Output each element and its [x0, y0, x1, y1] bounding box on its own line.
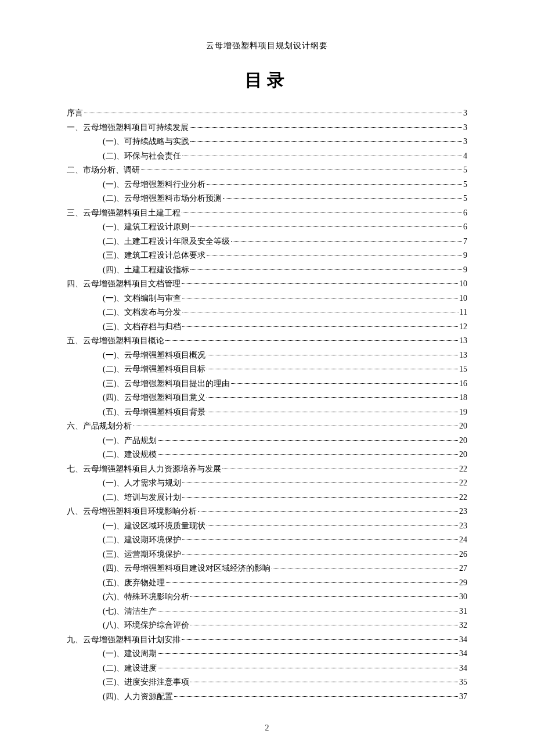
toc-entry-label: 四、云母增强塑料项目文档管理: [67, 277, 181, 291]
toc-entry[interactable]: (一)、建设周期34: [103, 647, 467, 661]
toc-entry-label: (四)、云母增强塑料项目建设对区域经济的影响: [103, 561, 270, 576]
toc-entry[interactable]: (三)、文档存档与归档12: [103, 320, 467, 334]
toc-entry[interactable]: 九、云母增强塑料项目计划安排34: [67, 633, 467, 647]
toc-entry[interactable]: (三)、建筑工程设计总体要求9: [103, 249, 467, 263]
toc-entry[interactable]: (二)、云母增强塑料项目目标15: [103, 362, 467, 377]
toc-entry-page: 37: [459, 690, 467, 704]
toc-entry[interactable]: 五、云母增强塑料项目概论13: [67, 334, 467, 348]
toc-leader-dots: [182, 312, 458, 312]
toc-entry-page: 24: [459, 533, 467, 548]
toc-leader-dots: [207, 255, 462, 255]
toc-entry[interactable]: (一)、建筑工程设计原则6: [103, 220, 467, 235]
toc-entry-page: 35: [459, 675, 467, 690]
toc-entry[interactable]: (四)、云母增强塑料项目意义18: [103, 391, 467, 405]
toc-leader-dots: [190, 596, 458, 597]
toc-entry[interactable]: (二)、建设规模20: [103, 448, 467, 462]
toc-entry-label: (二)、文档发布与分发: [103, 305, 181, 320]
toc-leader-dots: [158, 454, 458, 455]
toc-entry[interactable]: 四、云母增强塑料项目文档管理10: [67, 277, 467, 291]
toc-entry[interactable]: 八、云母增强塑料项目环境影响分析23: [67, 505, 467, 519]
toc-entry[interactable]: (二)、文档发布与分发11: [103, 305, 467, 320]
toc-entry[interactable]: (三)、进度安排注意事项35: [103, 675, 467, 690]
toc-entry-label: 一、云母增强塑料项目可持续发展: [67, 121, 189, 135]
toc-entry-page: 7: [463, 235, 467, 249]
toc-entry-label: (一)、人才需求与规划: [103, 476, 181, 491]
toc-leader-dots: [133, 426, 458, 426]
toc-entry-label: (八)、环境保护综合评价: [103, 618, 189, 633]
toc-leader-dots: [158, 653, 458, 654]
toc-entry[interactable]: (二)、建设期环境保护24: [103, 533, 467, 548]
toc-entry[interactable]: (六)、特殊环境影响分析30: [103, 590, 467, 604]
toc-leader-dots: [182, 554, 458, 555]
toc-entry[interactable]: (四)、土建工程建设指标9: [103, 263, 467, 278]
toc-entry-label: 七、云母增强塑料项目人力资源培养与发展: [67, 462, 221, 477]
toc-entry-label: (一)、建筑工程设计原则: [103, 220, 189, 235]
toc-entry-page: 34: [459, 633, 467, 647]
toc-entry[interactable]: (一)、文档编制与审查10: [103, 291, 467, 306]
toc-entry[interactable]: 一、云母增强塑料项目可持续发展3: [67, 121, 467, 135]
toc-entry-page: 3: [463, 135, 467, 149]
page-title: 目录: [67, 69, 467, 92]
toc-entry[interactable]: (五)、云母增强塑料项目背景19: [103, 405, 467, 420]
toc-entry-label: (五)、云母增强塑料项目背景: [103, 405, 205, 420]
toc-entry-page: 20: [459, 448, 467, 462]
toc-leader-dots: [158, 440, 458, 441]
toc-leader-dots: [182, 156, 462, 156]
toc-entry[interactable]: (四)、人力资源配置37: [103, 690, 467, 704]
toc-entry-page: 34: [459, 647, 467, 661]
toc-entry[interactable]: (二)、培训与发展计划22: [103, 491, 467, 505]
toc-entry[interactable]: (七)、清洁生产31: [103, 604, 467, 619]
toc-entry-label: (一)、文档编制与审查: [103, 291, 181, 306]
toc-leader-dots: [207, 412, 458, 412]
toc-entry-label: (一)、建设周期: [103, 647, 157, 661]
toc-entry-page: 9: [463, 263, 467, 278]
toc-entry-label: (六)、特殊环境影响分析: [103, 590, 189, 604]
running-header: 云母增强塑料项目规划设计纲要: [67, 41, 467, 51]
toc-leader-dots: [272, 568, 458, 568]
toc-entry-page: 5: [463, 163, 467, 178]
toc-entry-page: 13: [459, 348, 467, 363]
toc-entry[interactable]: 二、市场分析、调研5: [67, 163, 467, 178]
toc-entry-page: 34: [459, 661, 467, 676]
toc-leader-dots: [231, 383, 458, 384]
toc-entry-page: 5: [463, 192, 467, 206]
toc-entry[interactable]: (八)、环境保护综合评价32: [103, 618, 467, 633]
toc-entry-page: 19: [459, 405, 467, 420]
toc-leader-dots: [166, 582, 458, 583]
toc-entry[interactable]: (二)、建设进度34: [103, 661, 467, 676]
toc-leader-dots: [190, 269, 462, 270]
toc-entry[interactable]: 三、云母增强塑料项目土建工程6: [67, 206, 467, 221]
toc-entry[interactable]: (一)、云母增强塑料项目概况13: [103, 348, 467, 363]
toc-entry[interactable]: 七、云母增强塑料项目人力资源培养与发展22: [67, 462, 467, 477]
toc-entry[interactable]: (一)、可持续战略与实践3: [103, 135, 467, 149]
toc-entry-page: 4: [463, 149, 467, 164]
toc-entry-page: 3: [463, 121, 467, 135]
toc-entry-label: (二)、建设期环境保护: [103, 533, 181, 548]
toc-entry[interactable]: (三)、云母增强塑料项目提出的理由16: [103, 377, 467, 391]
toc-entry[interactable]: (一)、云母增强塑料行业分析5: [103, 178, 467, 192]
toc-entry[interactable]: 六、产品规划分析20: [67, 419, 467, 434]
toc-entry-page: 10: [459, 291, 467, 306]
toc-entry-page: 22: [459, 462, 467, 477]
toc-entry-page: 6: [463, 220, 467, 235]
toc-entry-page: 31: [459, 604, 467, 619]
toc-entry-label: (二)、云母增强塑料市场分析预测: [103, 192, 222, 206]
toc-leader-dots: [207, 525, 458, 526]
toc-leader-dots: [231, 241, 462, 242]
toc-entry[interactable]: (三)、运营期环境保护26: [103, 548, 467, 562]
toc-entry[interactable]: (五)、废弃物处理29: [103, 576, 467, 591]
toc-entry[interactable]: (二)、云母增强塑料市场分析预测5: [103, 192, 467, 206]
toc-entry[interactable]: (一)、人才需求与规划22: [103, 476, 467, 491]
toc-entry[interactable]: (一)、产品规划20: [103, 434, 467, 448]
toc-entry[interactable]: 序言3: [67, 106, 467, 121]
toc-entry[interactable]: (一)、建设区域环境质量现状23: [103, 519, 467, 534]
toc-leader-dots: [190, 625, 458, 625]
toc-entry[interactable]: (二)、土建工程设计年限及安全等级7: [103, 235, 467, 249]
toc-leader-dots: [182, 326, 458, 327]
toc-entry[interactable]: (二)、环保与社会责任4: [103, 149, 467, 164]
toc-entry[interactable]: (四)、云母增强塑料项目建设对区域经济的影响27: [103, 561, 467, 576]
toc-entry-page: 3: [463, 106, 467, 121]
toc-entry-page: 10: [459, 277, 467, 291]
toc-entry-page: 6: [463, 206, 467, 221]
toc-leader-dots: [84, 113, 462, 113]
